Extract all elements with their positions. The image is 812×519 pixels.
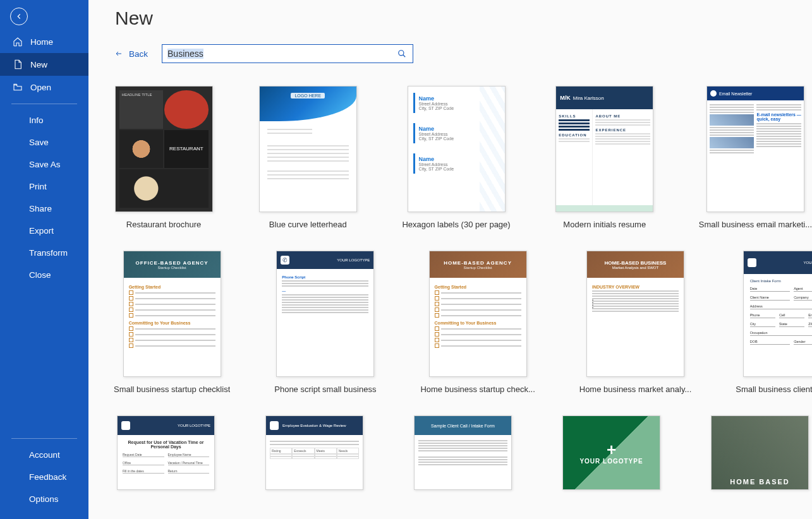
template-caption: Blue curve letterhead — [269, 220, 347, 229]
template-thumbnail: YOUR LOGOTYPE Client Intake Form DateAge… — [743, 251, 812, 377]
nav-home-label: Home — [30, 37, 53, 47]
nav-info[interactable]: Info — [0, 109, 88, 131]
template-caption: Home business startup check... — [420, 385, 535, 394]
template-thumbnail: HEADLINE TITLE RESTAURANT — [115, 86, 213, 212]
nav-feedback[interactable]: Feedback — [0, 466, 88, 488]
template-row: OFFICE-BASED AGENCYStartup Checklist Get… — [114, 251, 812, 394]
nav-transform[interactable]: Transform — [0, 242, 88, 264]
search-button[interactable] — [391, 45, 413, 63]
nav-home[interactable]: Home — [0, 30, 88, 53]
sidebar-separator-2 — [11, 438, 77, 439]
arrow-left-icon — [15, 12, 23, 21]
plus-icon: + — [579, 441, 643, 458]
template-employee-evaluation[interactable]: Employee Evaluation & Wage Review Rating… — [262, 415, 367, 490]
template-caption: Phone script small business — [274, 385, 376, 394]
back-button[interactable] — [10, 8, 28, 25]
template-market-analysis[interactable]: HOME-BASED BUSINESSMarket Analysis and S… — [579, 251, 692, 394]
template-sample-client-call[interactable]: Sample Client Call / Intake Form — [411, 415, 515, 490]
nav-open-label: Open — [30, 83, 51, 92]
template-caption: Small business client intake f... — [736, 385, 812, 394]
template-thumbnail: M/KMira Karlsson SKILLS EDUCATION ABOUT … — [555, 86, 653, 212]
templates-grid: HEADLINE TITLE RESTAURANT Restaurant bro… — [114, 86, 812, 490]
template-thumbnail: Sample Client Call / Intake Form — [414, 415, 512, 490]
template-row: YOUR LOGOTYPE Request for Use of Vacatio… — [114, 415, 812, 490]
nav-close[interactable]: Close — [0, 264, 88, 286]
template-modern-initials-resume[interactable]: M/KMira Karlsson SKILLS EDUCATION ABOUT … — [555, 86, 655, 229]
topbar: Back — [114, 44, 812, 63]
template-green-logotype[interactable]: + YOUR LOGOTYPE — [559, 415, 664, 490]
nav-account[interactable]: Account — [0, 444, 88, 466]
document-icon — [13, 59, 23, 69]
nav-save-as[interactable]: Save As — [0, 153, 88, 176]
template-vacation-request[interactable]: YOUR LOGOTYPE Request for Use of Vacatio… — [114, 415, 218, 490]
template-thumbnail: HOME-BASED BUSINESSMarket Analysis and S… — [586, 251, 684, 377]
template-thumbnail: OFFICE-BASED AGENCYStartup Checklist Get… — [123, 251, 221, 377]
template-thumbnail: Employee Evaluation & Wage Review Rating… — [265, 415, 363, 490]
template-thumbnail: LOGO HERE — [259, 86, 357, 212]
nav-new-label: New — [30, 60, 47, 69]
page-title: New — [115, 8, 812, 29]
template-phone-script[interactable]: ✆YOUR LOGOTYPE Phone Script — Phone scri… — [274, 251, 376, 394]
home-icon — [13, 37, 23, 47]
search-input[interactable] — [162, 49, 391, 59]
main-area: New Back HEADLINE TITLE — [88, 0, 812, 519]
template-thumbnail: NameStreet AddressCity, ST ZIP Code Name… — [408, 86, 506, 212]
nav-options[interactable]: Options — [0, 488, 88, 510]
template-thumbnail: YOUR LOGOTYPE Request for Use of Vacatio… — [117, 415, 215, 490]
template-caption: Small business startup checklist — [114, 385, 230, 394]
template-thumbnail: Email Newsletter E-mail — [706, 86, 804, 212]
nav-save[interactable]: Save — [0, 131, 88, 153]
back-link[interactable]: Back — [114, 49, 148, 59]
template-home-based-photo[interactable]: HOME BASED — [708, 415, 812, 490]
template-thumbnail: HOME BASED — [711, 415, 809, 490]
nav-share[interactable]: Share — [0, 198, 88, 220]
arrow-left-icon — [114, 50, 124, 57]
template-caption: Hexagon labels (30 per page) — [402, 220, 510, 229]
template-restaurant-brochure[interactable]: HEADLINE TITLE RESTAURANT Restaurant bro… — [114, 86, 214, 229]
template-email-newsletter[interactable]: Email Newsletter E-mail — [699, 86, 812, 229]
svg-point-0 — [399, 51, 404, 56]
template-row: HEADLINE TITLE RESTAURANT Restaurant bro… — [114, 86, 812, 229]
template-thumbnail: + YOUR LOGOTYPE — [562, 415, 660, 490]
template-caption: Restaurant brochure — [126, 220, 202, 229]
template-client-intake[interactable]: YOUR LOGOTYPE Client Intake Form DateAge… — [736, 251, 812, 394]
template-caption: Home business market analy... — [579, 385, 692, 394]
template-blue-curve-letterhead[interactable]: LOGO HERE Blue curve letterhead — [258, 86, 358, 229]
nav-new[interactable]: New — [0, 53, 88, 76]
nav-open[interactable]: Open — [0, 76, 88, 98]
folder-open-icon — [13, 82, 23, 92]
sidebar-separator — [11, 104, 77, 104]
template-startup-checklist-home[interactable]: HOME-BASED AGENCYStartup Checklist Getti… — [420, 251, 535, 394]
template-search — [162, 44, 413, 63]
nav-export[interactable]: Export — [0, 220, 88, 242]
backstage-sidebar: Home New Open Info Save Save As Print Sh… — [0, 0, 88, 519]
nav-print[interactable]: Print — [0, 176, 88, 198]
template-thumbnail: ✆YOUR LOGOTYPE Phone Script — — [276, 251, 374, 377]
template-startup-checklist-office[interactable]: OFFICE-BASED AGENCYStartup Checklist Get… — [114, 251, 230, 394]
search-icon — [397, 49, 406, 58]
back-link-label: Back — [129, 49, 148, 59]
template-thumbnail: HOME-BASED AGENCYStartup Checklist Getti… — [429, 251, 527, 377]
template-caption: Small business email marketi... — [699, 220, 812, 229]
template-hexagon-labels[interactable]: NameStreet AddressCity, ST ZIP Code Name… — [402, 86, 510, 229]
template-caption: Modern initials resume — [563, 220, 646, 229]
